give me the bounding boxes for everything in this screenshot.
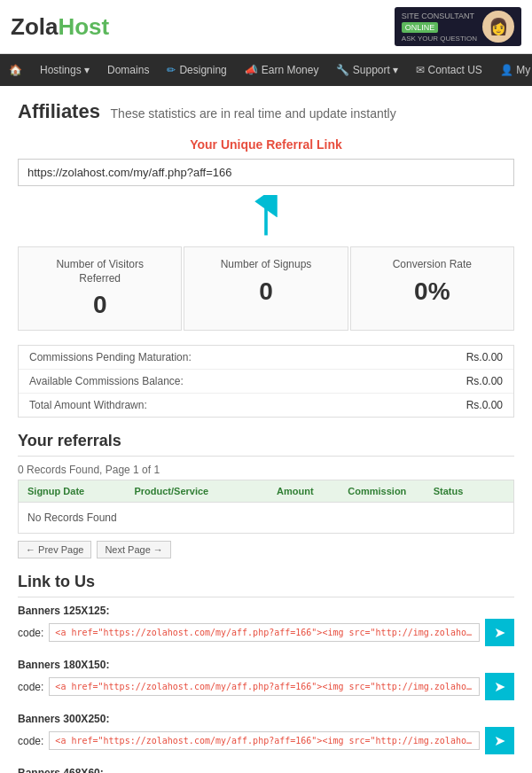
col-status: Status: [434, 486, 505, 496]
stat-visitors-label: Number of VisitorsReferred: [26, 258, 174, 285]
nav-hostings[interactable]: Hostings ▾: [31, 54, 98, 86]
col-commission: Commission: [348, 486, 433, 496]
banner-180-code: <a href="https://zolahost.com/my/aff.php…: [49, 677, 480, 696]
stat-signups-value: 0: [192, 277, 340, 306]
ask-label: ASK YOUR QUESTION: [402, 35, 477, 43]
commission-available-label: Available Commissions Balance:: [29, 375, 184, 387]
pagination: ← Prev Page Next Page →: [18, 541, 514, 558]
banner-468: Banners 468X60: code: <a href="https://z…: [18, 767, 514, 773]
nav-designing[interactable]: ✏ Designing: [158, 54, 235, 86]
commission-withdrawn-val: Rs.0.00: [466, 399, 503, 411]
banner-180-copy-btn[interactable]: ➤: [485, 673, 514, 700]
referrals-title: Your referrals: [18, 432, 514, 457]
banner-300-code-label: code:: [18, 735, 43, 747]
records-info: 0 Records Found, Page 1 of 1: [18, 464, 514, 476]
arrow-up-icon: [253, 195, 279, 239]
nav-contact-us[interactable]: ✉ Contact US: [407, 54, 491, 86]
commission-pending-label: Commissions Pending Maturation:: [29, 351, 192, 363]
commission-withdrawn-label: Total Amount Withdrawn:: [29, 399, 147, 411]
stats-row: Number of VisitorsReferred 0 Number of S…: [18, 246, 514, 331]
link-to-us-title: Link to Us: [18, 573, 514, 597]
main-content: Affiliates These statistics are in real …: [0, 86, 532, 773]
consultant-label: Site consultant: [402, 12, 474, 20]
page-title-section: Affiliates These statistics are in real …: [18, 100, 514, 123]
col-signup-date: Signup Date: [27, 486, 134, 496]
arrow-up-indicator: [18, 195, 514, 239]
no-records-label: No Records Found: [27, 511, 117, 524]
online-badge: ONLINE: [402, 22, 439, 33]
banner-125: Banners 125X125: code: <a href="https://…: [18, 605, 514, 646]
banner-180-code-row: code: <a href="https://zolahost.com/my/a…: [18, 673, 514, 700]
commission-row-withdrawn: Total Amount Withdrawn: Rs.0.00: [19, 394, 513, 417]
nav-support[interactable]: 🔧 Support ▾: [327, 54, 407, 86]
link-to-us-section: Link to Us Banners 125X125: code: <a hre…: [18, 573, 514, 773]
nav-my-account[interactable]: 👤 My Account ▾: [491, 54, 532, 86]
consultant-avatar: 👩: [482, 11, 514, 43]
main-nav: 🏠 Hostings ▾ Domains ✏ Designing 📣 Earn …: [0, 54, 532, 86]
commissions-table: Commissions Pending Maturation: Rs.0.00 …: [18, 345, 514, 418]
banner-300-code: <a href="https://zolahost.com/my/aff.php…: [49, 731, 480, 750]
referral-section: Your Unique Referral Link Number of Visi…: [18, 137, 514, 331]
banner-125-title: Banners 125X125:: [18, 605, 514, 617]
commission-available-val: Rs.0.00: [466, 375, 503, 387]
banner-300: Banners 300X250: code: <a href="https://…: [18, 713, 514, 754]
stat-signups: Number of Signups 0: [184, 246, 348, 331]
banner-180-title: Banners 180X150:: [18, 659, 514, 671]
stat-signups-label: Number of Signups: [192, 258, 340, 272]
col-amount: Amount: [277, 486, 348, 496]
banner-125-copy-btn[interactable]: ➤: [485, 619, 514, 646]
prev-page-btn[interactable]: ← Prev Page: [18, 541, 91, 558]
commission-row-available: Available Commissions Balance: Rs.0.00: [19, 370, 513, 394]
banner-300-code-row: code: <a href="https://zolahost.com/my/a…: [18, 727, 514, 754]
referral-url-input[interactable]: [18, 159, 514, 186]
referrals-table: Signup Date Product/Service Amount Commi…: [18, 480, 514, 534]
banner-180: Banners 180X150: code: <a href="https://…: [18, 659, 514, 700]
logo-zola: Zola: [11, 13, 58, 40]
banner-125-code-label: code:: [18, 627, 43, 639]
nav-earn-money[interactable]: 📣 Earn Money: [236, 54, 328, 86]
stat-visitors-value: 0: [26, 291, 174, 319]
banner-180-code-label: code:: [18, 681, 43, 693]
page-subtitle: These statistics are in real time and up…: [111, 106, 396, 121]
nav-home[interactable]: 🏠: [0, 54, 31, 86]
stat-conversion-label: Conversion Rate: [358, 258, 506, 272]
logo: ZolaHost: [11, 13, 109, 41]
next-page-btn[interactable]: Next Page →: [97, 541, 170, 558]
banner-125-code-row: code: <a href="https://zolahost.com/my/a…: [18, 619, 514, 646]
banner-300-title: Banners 300X250:: [18, 713, 514, 725]
page-title: Affiliates: [18, 100, 100, 122]
commission-row-pending: Commissions Pending Maturation: Rs.0.00: [19, 346, 513, 370]
referral-label: Your Unique Referral Link: [18, 137, 514, 152]
nav-domains[interactable]: Domains: [98, 54, 158, 86]
stat-conversion-value: 0%: [358, 277, 506, 306]
col-product: Product/Service: [134, 486, 277, 496]
banner-300-copy-btn[interactable]: ➤: [485, 727, 514, 754]
stat-visitors: Number of VisitorsReferred 0: [18, 246, 182, 331]
referrals-section: Your referrals 0 Records Found, Page 1 o…: [18, 432, 514, 558]
commission-pending-val: Rs.0.00: [466, 351, 503, 363]
table-body: No Records Found: [19, 503, 513, 533]
banner-468-title: Banners 468X60:: [18, 767, 514, 773]
header: ZolaHost Site consultant ONLINE ASK YOUR…: [0, 0, 532, 54]
logo-host: Host: [58, 13, 109, 40]
table-header: Signup Date Product/Service Amount Commi…: [19, 480, 513, 503]
stat-conversion: Conversion Rate 0%: [350, 246, 514, 331]
site-consultant-box[interactable]: Site consultant ONLINE ASK YOUR QUESTION…: [395, 7, 521, 46]
banner-125-code: <a href="https://zolahost.com/my/aff.php…: [49, 623, 480, 642]
